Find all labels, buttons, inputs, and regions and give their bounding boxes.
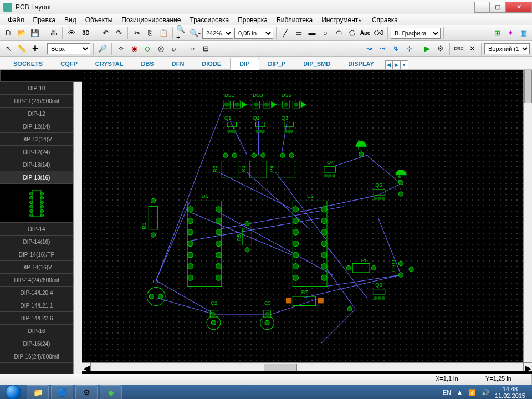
dimensions-icon[interactable]: ↔ xyxy=(186,43,198,55)
print-icon[interactable]: 🖶 xyxy=(47,27,59,39)
rect-icon[interactable]: ▭ xyxy=(293,27,305,39)
rect-fill-icon[interactable]: ▬ xyxy=(306,27,318,39)
sidebar-scrollbar[interactable] xyxy=(73,82,82,374)
preview-icon[interactable]: 👁 xyxy=(65,27,78,39)
tray-clock[interactable]: 14:48 11.02.2015 xyxy=(495,386,525,399)
list-item[interactable]: DIP-14/L21.1 xyxy=(0,299,73,312)
minimize-button[interactable]: — xyxy=(474,2,490,13)
play-icon[interactable]: ▶ xyxy=(421,43,433,55)
pcb-canvas[interactable]: DS1DS3DS5 Q1Q2Q3 R2 R3 R4 R1 xyxy=(82,70,532,362)
polygon-icon[interactable]: ⬠ xyxy=(346,27,358,39)
menu-file[interactable]: Файл xyxy=(3,15,29,25)
sidebar-filter-input[interactable] xyxy=(0,70,95,82)
tab-menu-icon[interactable]: ▾ xyxy=(401,60,408,69)
tab-prev-icon[interactable]: ◀ xyxy=(385,60,393,69)
taskbar-chrome-icon[interactable]: 🔵 xyxy=(51,385,73,399)
paste-icon[interactable]: 📋 xyxy=(157,27,170,39)
layers-icon[interactable]: ⊞ xyxy=(491,27,503,39)
tray-volume-icon[interactable]: 🔊 xyxy=(482,389,489,396)
list-item[interactable]: DIP-12(24) xyxy=(0,146,73,158)
list-item[interactable]: DIP-12(14) xyxy=(0,120,73,133)
list-item[interactable]: DIP-14(16) xyxy=(0,236,73,248)
list-item[interactable]: DIP-14(16)V xyxy=(0,261,73,274)
grid-select[interactable]: 0,05 in xyxy=(234,28,273,39)
props-icon[interactable]: ▦ xyxy=(518,27,530,39)
tab-diode[interactable]: DIODE xyxy=(193,58,230,69)
menu-objects[interactable]: Объекты xyxy=(81,15,117,25)
tray-flag-icon[interactable]: ▲ xyxy=(457,389,463,396)
tray-network-icon[interactable]: 📶 xyxy=(468,389,476,396)
arc-icon[interactable]: ◠ xyxy=(332,27,345,39)
tab-sockets[interactable]: SOCKETS xyxy=(4,58,52,69)
route-layer-select[interactable]: Верхний (1) xyxy=(484,43,530,54)
taskbar-app2-icon[interactable]: ◆ xyxy=(100,385,122,399)
tab-dip-p[interactable]: DIP_P xyxy=(259,58,295,69)
menu-positioning[interactable]: Позиционирование xyxy=(117,15,185,25)
menu-routing[interactable]: Трассировка xyxy=(186,15,234,25)
list-item[interactable]: DIP-14(16)/TP xyxy=(0,248,73,261)
list-item[interactable]: DIP-12 xyxy=(0,108,73,120)
route-icon[interactable]: ↝ xyxy=(363,43,375,55)
menu-view[interactable]: Вид xyxy=(60,15,81,25)
list-item[interactable]: DIP-16(24) xyxy=(0,337,73,350)
list-item[interactable]: DIP-14 xyxy=(0,223,73,236)
list-item[interactable]: DIP-11(26)/900mil xyxy=(0,95,73,108)
view-select[interactable]: В. Графика xyxy=(391,28,441,39)
snap-icon[interactable]: ✧ xyxy=(115,43,127,55)
origin-icon[interactable]: ✚ xyxy=(29,43,41,55)
new-icon[interactable]: 🗋 xyxy=(2,27,14,39)
pointer-icon[interactable]: ↖ xyxy=(2,43,14,55)
tab-dip-smd[interactable]: DIP_SMD xyxy=(294,58,339,69)
taskbar-app1-icon[interactable]: ⚙ xyxy=(75,385,98,399)
hole-icon[interactable]: ◎ xyxy=(155,43,167,55)
menu-check[interactable]: Проверка xyxy=(233,15,272,25)
maximize-button[interactable]: ▢ xyxy=(490,2,505,13)
find-icon[interactable]: 🔎 xyxy=(96,43,109,55)
list-item[interactable]: DIP-16(24)/600mil xyxy=(0,350,73,363)
horizontal-scrollbar[interactable]: ◀ ▶ xyxy=(82,362,532,371)
menu-edit[interactable]: Правка xyxy=(29,15,60,25)
autoroute-icon[interactable]: ⚙ xyxy=(434,43,447,55)
save-icon[interactable]: 💾 xyxy=(29,27,41,39)
tab-display[interactable]: DISPLAY xyxy=(339,58,383,69)
zoom-area-icon[interactable]: ⌕ xyxy=(168,43,180,55)
manager-icon[interactable]: ✦ xyxy=(504,27,516,39)
tab-cqfp[interactable]: CQFP xyxy=(52,58,86,69)
tray-lang[interactable]: EN xyxy=(443,389,451,396)
erase-icon[interactable]: ⌫ xyxy=(372,27,385,39)
fanout-icon[interactable]: ⊹ xyxy=(403,43,415,55)
list-item[interactable]: DIP-13(16) xyxy=(0,171,73,184)
menu-tools[interactable]: Инструменты xyxy=(317,15,367,25)
taskbar-explorer-icon[interactable]: 📁 xyxy=(27,385,49,399)
tab-dip[interactable]: DIP xyxy=(230,58,259,70)
close-button[interactable]: ✕ xyxy=(505,2,532,13)
list-item[interactable]: DIP-14(24)/600mil xyxy=(0,274,73,287)
list-item[interactable]: DIP-16 xyxy=(0,325,73,337)
start-button[interactable] xyxy=(2,385,24,399)
menu-library[interactable]: Библиотека xyxy=(272,15,317,25)
redo-icon[interactable]: ↷ xyxy=(112,27,125,39)
route3-icon[interactable]: ↯ xyxy=(390,43,402,55)
text-icon[interactable]: Авс xyxy=(359,27,371,39)
ellipse-icon[interactable]: ○ xyxy=(319,27,331,39)
list-item[interactable]: DIP-10 xyxy=(0,82,73,95)
net-icon[interactable]: ✕ xyxy=(466,43,478,55)
3d-button[interactable]: 3D xyxy=(79,27,93,39)
list-item[interactable]: DIP-12(14)V xyxy=(0,133,73,146)
menu-help[interactable]: Справка xyxy=(367,15,402,25)
tab-next-icon[interactable]: ▶ xyxy=(393,60,401,69)
tab-dfn[interactable]: DFN xyxy=(163,58,193,69)
zoom-out-icon[interactable]: 🔍- xyxy=(189,27,201,39)
drc-icon[interactable]: DRC xyxy=(453,43,465,55)
zoom-in-icon[interactable]: 🔍+ xyxy=(176,27,188,39)
list-item[interactable]: DIP-13(14) xyxy=(0,158,73,171)
list-item[interactable]: DIP-14/L20.4 xyxy=(0,287,73,299)
layer-select[interactable]: Верх xyxy=(47,43,90,54)
undo-icon[interactable]: ↶ xyxy=(99,27,111,39)
route2-icon[interactable]: ⤳ xyxy=(376,43,388,55)
copy-icon[interactable]: ⎘ xyxy=(144,27,156,39)
pad-icon[interactable]: ◇ xyxy=(141,43,154,55)
cut-icon[interactable]: ✂ xyxy=(131,27,143,39)
via-icon[interactable]: ◉ xyxy=(128,43,140,55)
tab-crystal[interactable]: CRYSTAL xyxy=(86,58,132,69)
